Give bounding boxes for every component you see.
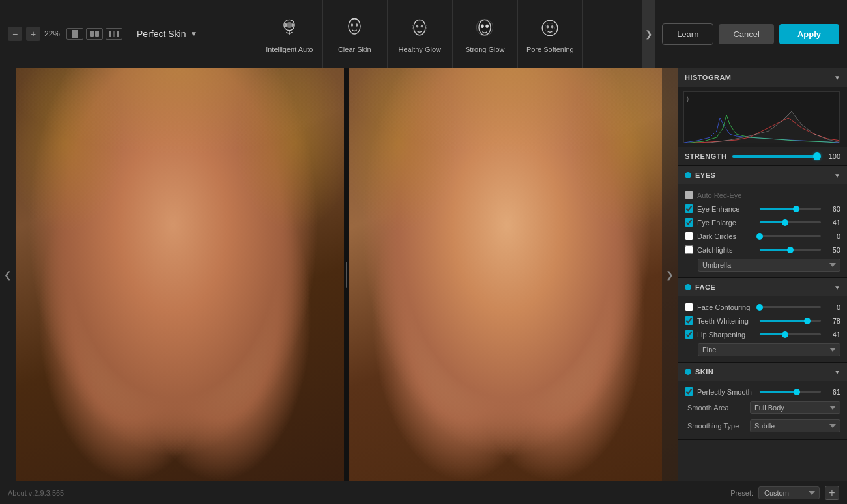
dark-circles-checkbox[interactable] bbox=[685, 232, 693, 240]
preset-clear-skin[interactable]: Clear Skin bbox=[323, 0, 388, 68]
svg-point-6 bbox=[351, 23, 354, 27]
view-single[interactable] bbox=[66, 28, 83, 40]
smooth-area-dropdown[interactable]: Full Body Face Only Neck & Face bbox=[750, 401, 840, 414]
catchlights-type-dropdown[interactable]: Umbrella Ring Star bbox=[698, 259, 840, 272]
auto-red-eye-label: Auto Red-Eye bbox=[697, 191, 756, 199]
face-section-header[interactable]: FACE ▼ bbox=[678, 278, 847, 296]
apply-button[interactable]: Apply bbox=[779, 24, 839, 44]
panel-divider[interactable] bbox=[344, 68, 349, 481]
face-contouring-value: 0 bbox=[825, 303, 840, 311]
preset-strong-glow[interactable]: Strong Glow bbox=[453, 0, 518, 68]
perfectly-smooth-checkbox[interactable] bbox=[685, 387, 693, 396]
clear-skin-icon bbox=[341, 14, 368, 42]
eye-enlarge-slider[interactable] bbox=[760, 221, 821, 223]
svg-point-17 bbox=[543, 20, 558, 36]
bottom-bar: About v:2.9.3.565 Preset: Custom Perfect… bbox=[0, 481, 847, 504]
eyes-title: EYES bbox=[695, 171, 715, 179]
teeth-whitening-slider[interactable] bbox=[760, 320, 821, 322]
preset-label-pore-softening: Pore Softening bbox=[526, 46, 574, 53]
face-contouring-slider[interactable] bbox=[760, 306, 821, 308]
preset-name: Perfect Skin bbox=[137, 29, 186, 39]
eye-enhance-slider[interactable] bbox=[760, 208, 821, 210]
lip-sharpening-checkbox[interactable] bbox=[685, 330, 693, 339]
presets-area: Intelligent Auto Clear Skin bbox=[204, 0, 636, 68]
histogram-header[interactable]: HISTOGRAM ▼ bbox=[678, 68, 847, 87]
dark-circles-value: 0 bbox=[825, 232, 840, 240]
skin-arrow: ▼ bbox=[834, 369, 840, 376]
skin-section-header[interactable]: SKIN ▼ bbox=[678, 363, 847, 381]
zoom-in-button[interactable]: + bbox=[26, 27, 40, 41]
strong-glow-icon bbox=[471, 14, 498, 42]
svg-point-16 bbox=[478, 21, 491, 34]
dark-circles-slider[interactable] bbox=[760, 235, 821, 237]
svg-point-3 bbox=[292, 23, 294, 27]
eye-enhance-checkbox[interactable] bbox=[685, 204, 693, 213]
eyes-section-header[interactable]: EYES ▼ bbox=[678, 166, 847, 184]
perfectly-smooth-slider[interactable] bbox=[760, 391, 821, 393]
current-preset[interactable]: Perfect Skin ▼ bbox=[137, 29, 197, 39]
version-text: About v:2.9.3.565 bbox=[8, 489, 64, 497]
main-content: ❮ ❯ HISTOGRAM ▼ bbox=[0, 68, 847, 481]
face-title: FACE bbox=[695, 283, 715, 291]
intelligent-auto-icon bbox=[276, 14, 303, 42]
histogram-canvas: ) bbox=[683, 91, 840, 143]
eye-enlarge-checkbox[interactable] bbox=[685, 218, 693, 227]
view-mode-icons bbox=[66, 28, 122, 40]
add-preset-button[interactable]: + bbox=[825, 486, 839, 500]
eye-enhance-label: Eye Enhance bbox=[697, 205, 756, 213]
face-section: FACE ▼ Face Contouring 0 Teeth Wh bbox=[678, 278, 847, 363]
teeth-whitening-row: Teeth Whitening 78 bbox=[685, 314, 840, 328]
strength-slider[interactable] bbox=[732, 155, 817, 158]
face-contouring-checkbox[interactable] bbox=[685, 303, 693, 311]
catchlights-checkbox[interactable] bbox=[685, 245, 693, 254]
healthy-glow-icon bbox=[406, 14, 433, 42]
right-image-nav-arrow[interactable]: ❯ bbox=[662, 68, 678, 481]
teeth-whitening-checkbox[interactable] bbox=[685, 316, 693, 325]
preset-pore-softening[interactable]: Pore Softening bbox=[518, 0, 583, 68]
strength-label: STRENGTH bbox=[685, 152, 727, 160]
zoom-controls: − + 22% bbox=[8, 27, 60, 41]
histogram-arrow: ▼ bbox=[834, 74, 840, 81]
perfectly-smooth-value: 61 bbox=[825, 388, 840, 396]
preset-label-intelligent-auto: Intelligent Auto bbox=[266, 46, 313, 53]
preset-bottom-dropdown[interactable]: Custom Perfect Skin Clear Skin bbox=[758, 486, 820, 499]
perfectly-smooth-label: Perfectly Smooth bbox=[697, 388, 756, 396]
strength-thumb bbox=[813, 152, 821, 160]
smoothing-type-label: Smoothing Type bbox=[687, 422, 746, 430]
auto-red-eye-checkbox[interactable] bbox=[685, 191, 693, 199]
smooth-area-label: Smooth Area bbox=[687, 404, 746, 412]
catchlights-value: 50 bbox=[825, 246, 840, 254]
smoothing-type-dropdown[interactable]: Subtle Medium Strong bbox=[750, 419, 840, 432]
preset-intelligent-auto[interactable]: Intelligent Auto bbox=[257, 0, 323, 68]
before-image bbox=[16, 68, 344, 481]
eye-enlarge-label: Eye Enlarge bbox=[697, 219, 756, 227]
left-nav-arrow[interactable]: ❮ bbox=[0, 68, 16, 481]
histogram-title: HISTOGRAM bbox=[685, 74, 732, 81]
before-panel bbox=[16, 68, 344, 481]
svg-point-7 bbox=[356, 23, 358, 27]
learn-button[interactable]: Learn bbox=[662, 23, 713, 45]
after-panel bbox=[349, 68, 678, 481]
presets-next-button[interactable]: ❯ bbox=[642, 0, 655, 68]
svg-point-8 bbox=[414, 20, 425, 35]
zoom-out-button[interactable]: − bbox=[8, 27, 22, 41]
right-panel: HISTOGRAM ▼ ) STRENGTH bbox=[678, 68, 847, 481]
perfectly-smooth-row: Perfectly Smooth 61 bbox=[685, 385, 840, 399]
view-split[interactable] bbox=[86, 28, 103, 40]
preset-healthy-glow[interactable]: Healthy Glow bbox=[388, 0, 453, 68]
eyes-dot bbox=[685, 172, 691, 178]
lip-type-dropdown[interactable]: Fine Medium Strong bbox=[698, 343, 840, 356]
eyes-arrow: ▼ bbox=[834, 172, 840, 179]
view-compare[interactable] bbox=[106, 28, 122, 40]
strength-row: STRENGTH 100 bbox=[678, 147, 847, 166]
smooth-area-row: Smooth Area Full Body Face Only Neck & F… bbox=[685, 399, 840, 417]
svg-point-18 bbox=[547, 25, 549, 29]
image-area: ❯ bbox=[16, 68, 678, 481]
lip-sharpening-slider[interactable] bbox=[760, 333, 821, 335]
face-arrow: ▼ bbox=[834, 284, 840, 291]
teeth-whitening-value: 78 bbox=[825, 317, 840, 325]
catchlights-slider[interactable] bbox=[760, 249, 821, 251]
face-contouring-row: Face Contouring 0 bbox=[685, 300, 840, 314]
cancel-button[interactable]: Cancel bbox=[719, 24, 773, 44]
face-dot bbox=[685, 284, 691, 290]
